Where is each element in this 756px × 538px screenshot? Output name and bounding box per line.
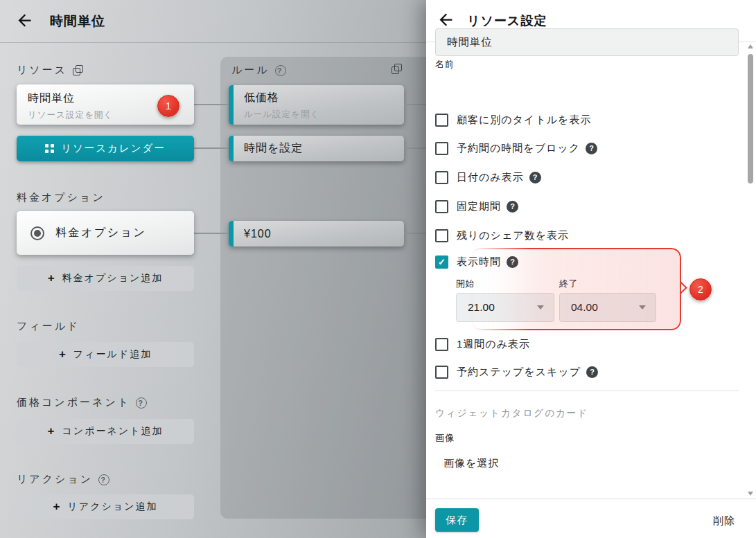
checkbox-label: 残りのシェア数を表示 [457,229,569,242]
resource-heading: リソース [17,64,83,77]
plus-icon: + [48,424,56,438]
checkbox-row-block-time[interactable]: 予約間の時間をブロック ? [435,141,597,155]
connector-line [194,233,229,234]
calendar-grid-icon [45,144,54,153]
scrollbar-thumb[interactable] [748,54,753,183]
checkbox[interactable] [435,142,448,155]
name-label: 名前 [435,58,454,71]
add-price-option-label: 料金オプション追加 [62,272,164,285]
scrollbar-up-arrow[interactable] [748,44,753,48]
checkbox[interactable] [435,171,448,184]
check-icon: ✓ [438,257,446,267]
checkbox-label: 日付のみ表示 [457,171,524,184]
price-option-card-label: 料金オプション [55,226,146,240]
checkbox-label: 表示時間 [457,255,501,269]
checkbox-label: 予約ステップをスキップ [457,366,581,379]
annotation-badge-2: 2 [689,278,712,301]
save-button[interactable]: 保存 [435,508,479,532]
checkbox-label: 顧客に別のタイトルを表示 [457,114,591,127]
end-time-value: 04.00 [571,301,639,314]
add-component-label: コンポーネント追加 [62,425,163,438]
drawer-title: リソース設定 [467,12,547,29]
add-field-label: フィールド追加 [73,348,152,361]
chevron-down-icon [537,305,544,310]
components-heading-label: 価格コンポーネント [17,396,130,409]
reactions-heading-label: リアクション [17,473,93,486]
help-icon[interactable]: ? [98,474,109,485]
add-field-button[interactable]: + フィールド追加 [17,342,194,367]
resource-card[interactable]: 時間単位 リソース設定を開く 1 [17,84,194,125]
help-icon[interactable]: ? [507,201,518,213]
rule-card-title: ¥100 [244,228,272,240]
checkbox[interactable] [435,200,448,213]
rule-card-subtitle: ルール設定を開く [244,109,404,120]
drawer-footer: 保存 削除 [426,499,756,538]
copy-icon[interactable] [73,65,83,75]
plus-icon: + [48,271,56,285]
select-image-button[interactable]: 画像を選択 [443,457,499,470]
fields-heading-label: フィールド [17,320,80,333]
checkbox[interactable] [435,338,448,351]
add-reaction-button[interactable]: + リアクション追加 [17,494,194,519]
widget-catalog-heading: ウィジェットカタログのカード [435,407,588,420]
rules-panel: ルール ? 低価格 ルール設定を開く 時間を設定 ¥100 [220,57,443,519]
help-icon[interactable]: ? [507,256,518,268]
resource-calendar-button[interactable]: リソースカレンダー [17,136,194,161]
checkbox-row-date-only[interactable]: 日付のみ表示 ? [435,170,541,184]
help-icon[interactable]: ? [529,172,541,183]
checkbox[interactable] [435,114,448,127]
annotation-notch [674,281,687,294]
image-label: 画像 [435,432,455,445]
reactions-heading: リアクション ? [17,473,109,486]
add-component-button[interactable]: + コンポーネント追加 [17,419,194,444]
rule-card-low-price[interactable]: 低価格 ルール設定を開く [229,85,404,125]
price-options-heading-label: 料金オプション [17,191,105,204]
checkbox-row-one-week[interactable]: 1週間のみ表示 [435,337,530,351]
rule-card-price[interactable]: ¥100 [229,221,404,246]
checkbox-row-customer-title[interactable]: 顧客に別のタイトルを表示 [435,113,591,127]
checkbox[interactable] [435,229,448,242]
checkbox-label: 予約間の時間をブロック [457,142,580,155]
connector-line [194,147,229,149]
rule-card-set-time[interactable]: 時間を設定 [229,136,404,161]
rule-card-title: 時間を設定 [244,141,303,156]
end-label: 終了 [559,278,578,290]
help-icon[interactable]: ? [586,366,598,378]
chevron-down-icon [639,305,646,310]
add-reaction-label: リアクション追加 [67,501,157,513]
start-time-select[interactable]: 21.00 [456,293,554,322]
plus-icon: + [59,348,67,361]
scrollbar-down-arrow[interactable] [748,492,753,496]
resource-settings-drawer: リソース設定 名前 顧客に別のタイトルを表示 予約間の時間をブロック ? 日付の… [426,0,756,538]
main-header: 時間単位 [0,0,426,42]
checkbox-row-fixed-period[interactable]: 固定期間 ? [435,199,518,213]
add-price-option-button[interactable]: + 料金オプション追加 [17,266,194,291]
back-arrow-icon [15,11,34,32]
resource-calendar-label: リソースカレンダー [61,142,166,155]
name-input[interactable] [435,28,739,56]
price-option-card[interactable]: 料金オプション [17,211,194,255]
help-icon[interactable]: ? [275,65,286,76]
checkbox[interactable] [435,366,448,379]
delete-button[interactable]: 削除 [709,508,739,532]
checkbox-label: 固定期間 [457,200,501,213]
checkbox-row-remaining-shares[interactable]: 残りのシェア数を表示 [435,228,569,242]
checkbox-row-display-time[interactable]: ✓ 表示時間 ? [435,255,518,269]
help-icon[interactable]: ? [136,397,147,409]
rules-heading-label: ルール [231,64,270,77]
resource-heading-label: リソース [17,64,67,77]
annotation-badge-1: 1 [157,95,179,117]
price-options-heading: 料金オプション [17,191,105,204]
checkbox-checked[interactable]: ✓ [435,255,448,269]
fields-heading: フィールド [17,320,80,333]
components-heading: 価格コンポーネント ? [17,396,147,409]
radio-icon [30,226,44,240]
help-icon[interactable]: ? [586,143,597,154]
end-time-select[interactable]: 04.00 [559,293,656,322]
back-button[interactable] [12,10,36,33]
checkbox-row-skip-step[interactable]: 予約ステップをスキップ ? [435,365,598,379]
section-divider [435,391,739,391]
connector-line [194,104,229,105]
rule-card-title: 低価格 [244,91,404,105]
copy-icon[interactable] [392,64,402,74]
